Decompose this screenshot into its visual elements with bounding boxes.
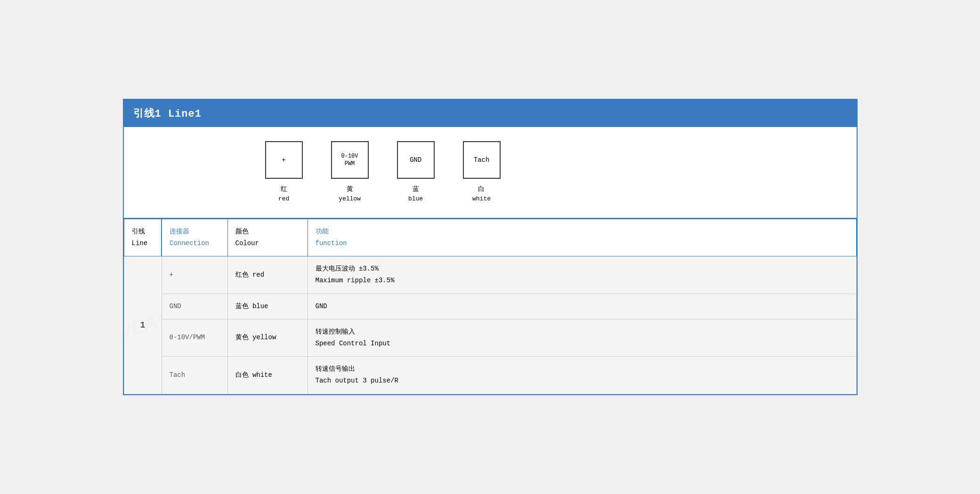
connector-gnd: GND 蓝 blue — [397, 141, 435, 204]
function-tach-output: 转速信号输出Tach output 3 pulse/R — [308, 357, 856, 394]
header-connection: 连接器 Connection — [162, 219, 227, 256]
table-row: 0-10V/PWM 黄色 yellow 转速控制输入Speed Control … — [124, 319, 856, 356]
colour-red: 红色 red — [227, 256, 308, 294]
diagram-section: + 红 red 0-10VPWM 黄 yellow GND 蓝 blue — [124, 127, 857, 219]
connector-tach: Tach 白 white — [463, 141, 501, 204]
connector-box-gnd: GND — [397, 141, 435, 179]
connector-plus: + 红 red — [265, 141, 303, 204]
connector-pwm: 0-10VPWM 黄 yellow — [331, 141, 369, 204]
function-ripple: 最大电压波动 ±3.5%Maximum ripple ±3.5% — [308, 256, 856, 294]
connector-english-tach: white — [472, 194, 491, 204]
colour-white: 白色 white — [227, 357, 308, 394]
table-section: 引线 Line 连接器 Connection 颜色 Colour 功能 func… — [124, 219, 857, 394]
connection-pwm: 0-10V/PWM — [162, 319, 227, 356]
table-row: VEAT 1 + 红色 red 最大电压波动 ±3.5%Maximum ripp… — [124, 256, 856, 294]
connector-english-gnd: blue — [408, 194, 423, 204]
connection-plus: + — [162, 256, 227, 294]
function-gnd: GND — [308, 294, 856, 319]
header-line: 引线 Line — [124, 219, 162, 256]
main-table: 引线 Line 连接器 Connection 颜色 Colour 功能 func… — [124, 219, 857, 394]
colour-yellow: 黄色 yellow — [227, 319, 308, 356]
header-section: 引线1 Line1 — [124, 100, 857, 127]
table-header-row: 引线 Line 连接器 Connection 颜色 Colour 功能 func… — [124, 219, 856, 256]
connector-label-gnd: 蓝 blue — [408, 184, 423, 204]
connector-diagrams: + 红 red 0-10VPWM 黄 yellow GND 蓝 blue — [265, 141, 847, 204]
connection-gnd: GND — [162, 294, 227, 319]
connector-english-plus: red — [278, 194, 289, 204]
connector-label-pwm: 黄 yellow — [339, 184, 361, 204]
connector-english-pwm: yellow — [339, 194, 361, 204]
connector-label-plus: 红 red — [278, 184, 289, 204]
page-title: 引线1 Line1 — [133, 108, 202, 120]
connector-box-tach: Tach — [463, 141, 501, 179]
colour-blue: 蓝色 blue — [227, 294, 308, 319]
connector-chinese-tach: 白 — [472, 184, 491, 194]
connector-box-plus: + — [265, 141, 303, 179]
connector-chinese-pwm: 黄 — [339, 184, 361, 194]
table-row: GND 蓝色 blue GND — [124, 294, 856, 319]
connector-chinese-plus: 红 — [278, 184, 289, 194]
line-number: VEAT 1 — [124, 256, 162, 394]
connection-tach: Tach — [162, 357, 227, 394]
function-speed-control: 转速控制输入Speed Control Input — [308, 319, 856, 356]
header-colour: 颜色 Colour — [227, 219, 308, 256]
header-function: 功能 function — [308, 219, 856, 256]
table-row: Tach 白色 white 转速信号输出Tach output 3 pulse/… — [124, 357, 856, 394]
connector-chinese-gnd: 蓝 — [408, 184, 423, 194]
connector-label-tach: 白 white — [472, 184, 491, 204]
connector-box-pwm: 0-10VPWM — [331, 141, 369, 179]
